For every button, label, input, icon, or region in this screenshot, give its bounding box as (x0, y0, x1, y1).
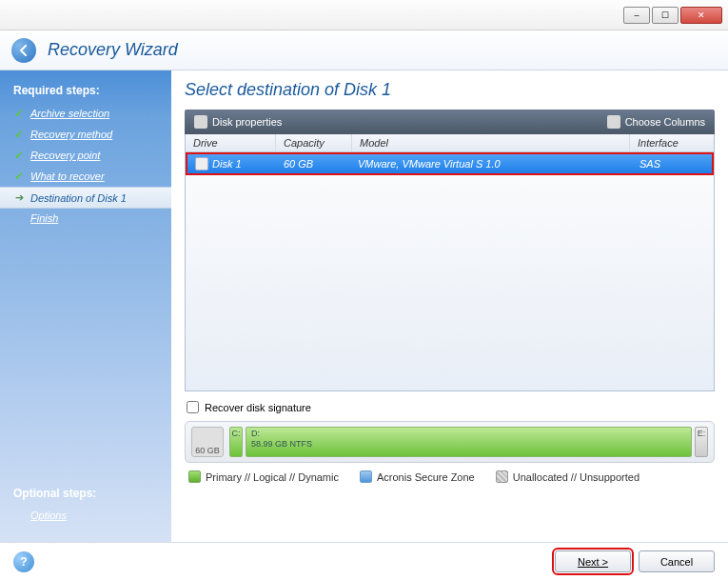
legend-secure-zone: Acronis Secure Zone (360, 470, 475, 483)
disk-toolbar: Disk properties Choose Columns (185, 110, 715, 134)
wizard-title: Recovery Wizard (48, 40, 178, 60)
sidebar-item-destination-disk-1[interactable]: ➔ Destination of Disk 1 (0, 187, 171, 209)
check-icon: ✓ (13, 170, 25, 183)
legend-unallocated: Unallocated // Unsupported (496, 470, 639, 483)
col-interface[interactable]: Interface (630, 134, 714, 151)
recover-signature-checkbox[interactable] (187, 401, 199, 413)
help-button[interactable]: ? (13, 551, 34, 572)
sidebar-item-label: Options (30, 510, 67, 521)
content-title: Select destination of Disk 1 (185, 80, 715, 100)
cancel-button[interactable]: Cancel (639, 550, 715, 572)
cell-model: VMware, VMware Virtual S 1.0 (350, 154, 632, 173)
minimize-button[interactable]: – (623, 7, 650, 24)
disk-table: Drive Capacity Model Interface Disk 1 60… (185, 134, 715, 391)
check-icon: ✓ (13, 107, 25, 120)
sidebar-item-label: Recovery point (30, 150, 100, 161)
close-button[interactable]: ✕ (680, 7, 722, 24)
optional-steps-heading: Optional steps: (0, 481, 171, 506)
arrow-right-icon: ➔ (13, 191, 25, 204)
table-header: Drive Capacity Model Interface (186, 134, 714, 152)
disk-layout-bar: 60 GB C: D: 58.99 GB NTFS E: (185, 421, 715, 463)
legend-primary: Primary // Logical // Dynamic (188, 470, 339, 483)
table-row[interactable]: Disk 1 60 GB VMware, VMware Virtual S 1.… (186, 152, 714, 175)
recover-signature-label: Recover disk signature (205, 402, 311, 413)
disk-icon (195, 157, 208, 170)
col-drive[interactable]: Drive (186, 134, 276, 151)
content-panel: Select destination of Disk 1 Disk proper… (171, 70, 728, 542)
sidebar-item-finish[interactable]: Finish (0, 209, 171, 228)
cell-interface: SAS (632, 154, 712, 173)
back-arrow-icon (17, 44, 30, 57)
table-body[interactable]: Disk 1 60 GB VMware, VMware Virtual S 1.… (186, 152, 714, 390)
window-titlebar: – ☐ ✕ (0, 0, 728, 30)
partition-c[interactable]: C: (229, 427, 243, 457)
col-model[interactable]: Model (352, 134, 630, 151)
sidebar-item-label: Destination of Disk 1 (30, 192, 127, 204)
choose-columns-button[interactable]: Choose Columns (598, 110, 715, 134)
col-capacity[interactable]: Capacity (276, 134, 352, 151)
footer: ? Next > Cancel (0, 542, 728, 580)
check-icon: ✓ (13, 149, 25, 162)
cell-capacity: 60 GB (276, 154, 350, 173)
recover-signature-row: Recover disk signature (185, 391, 715, 421)
disk-properties-label: Disk properties (212, 116, 282, 128)
check-icon: ✓ (13, 128, 25, 141)
disk-properties-button[interactable]: Disk properties (185, 110, 291, 134)
disk-total-icon: 60 GB (191, 427, 224, 457)
sidebar-item-what-to-recover[interactable]: ✓ What to recover (0, 166, 171, 187)
sidebar-item-label: Archive selection (30, 108, 109, 119)
sidebar-item-label: Recovery method (30, 129, 112, 140)
partition-d-label: D: (251, 429, 686, 439)
sidebar-item-recovery-method[interactable]: ✓ Recovery method (0, 124, 171, 145)
legend: Primary // Logical // Dynamic Acronis Se… (185, 463, 715, 483)
choose-columns-icon (607, 115, 620, 129)
partition-e[interactable]: E: (695, 427, 708, 457)
maximize-button[interactable]: ☐ (652, 7, 679, 24)
cell-drive: Disk 1 (187, 154, 276, 173)
partition-d-size: 58.99 GB NTFS (251, 439, 686, 450)
sidebar-item-recovery-point[interactable]: ✓ Recovery point (0, 145, 171, 166)
sidebar-item-options[interactable]: Options (0, 506, 171, 525)
wizard-header: Recovery Wizard (0, 30, 728, 70)
choose-columns-label: Choose Columns (625, 116, 705, 128)
back-button[interactable] (11, 38, 36, 63)
sidebar-item-label: What to recover (30, 170, 105, 182)
required-steps-heading: Required steps: (0, 78, 171, 103)
partition-d[interactable]: D: 58.99 GB NTFS (246, 427, 692, 457)
sidebar-item-label: Finish (30, 212, 58, 224)
sidebar-item-archive-selection[interactable]: ✓ Archive selection (0, 103, 171, 124)
sidebar: Required steps: ✓ Archive selection ✓ Re… (0, 70, 171, 542)
swatch-blue-icon (360, 470, 372, 483)
disk-properties-icon (194, 115, 207, 129)
swatch-green-icon (188, 470, 201, 483)
next-button[interactable]: Next > (555, 550, 631, 572)
swatch-gray-icon (496, 470, 508, 483)
